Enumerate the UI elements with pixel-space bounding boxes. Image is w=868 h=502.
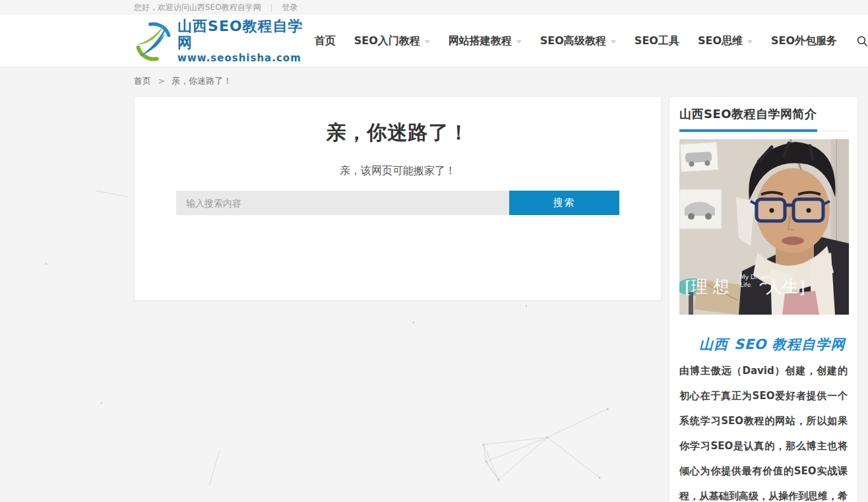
not-found-card: 亲，你迷路了！ 亲，该网页可能搬家了！ 搜索: [134, 96, 662, 301]
nav-label: 首页: [315, 34, 336, 48]
nav-item-site-building[interactable]: 网站搭建教程: [439, 15, 531, 67]
photo-caption-left: [理 想: [685, 277, 729, 296]
nav-label: SEO外包服务: [771, 34, 837, 48]
sidebar: 山西SEO教程自学网简介: [669, 96, 858, 502]
content: 亲，你迷路了！ 亲，该网页可能搬家了！ 搜索 山西SEO教程自学网简介: [134, 96, 858, 502]
chevron-down-icon: [611, 40, 616, 44]
swirl-logo-icon: [134, 20, 172, 62]
search-form: 搜索: [176, 191, 619, 215]
chevron-down-icon: [516, 40, 522, 44]
logo-title: 山西SEO教程自学网: [177, 18, 305, 51]
logo-url: www.seoshisha.com: [177, 53, 305, 64]
nav-item-seo-tools[interactable]: SEO工具: [625, 15, 689, 67]
breadcrumb: 首页 > 亲，你迷路了！: [134, 67, 858, 87]
nav-item-home[interactable]: 首页: [305, 15, 345, 67]
site-logo[interactable]: 山西SEO教程自学网 www.seoshisha.com: [134, 18, 305, 64]
nav-label: SEO高级教程: [540, 34, 606, 48]
chevron-down-icon: [425, 40, 430, 44]
page-title: 亲，你迷路了！: [135, 119, 661, 146]
header: 山西SEO教程自学网 www.seoshisha.com 首页 SEO入门教程 …: [0, 15, 868, 67]
nav-item-seo-advanced[interactable]: SEO高级教程: [531, 15, 625, 67]
site-intro-highlight: 山西 SEO 教程自学网: [699, 336, 845, 352]
site-intro-text: 山西 SEO 教程自学网由博主傲远（David）创建，创建的初心在于真正为SEO…: [679, 332, 848, 502]
topbar-divider: ｜: [268, 2, 276, 13]
nav-item-seo-thinking[interactable]: SEO思维: [689, 15, 762, 67]
search-icon: [857, 36, 868, 47]
chevron-down-icon: [747, 40, 753, 44]
breadcrumb-home-link[interactable]: 首页: [134, 76, 151, 86]
photo-caption-right: 人生]: [766, 277, 805, 296]
sidebar-widget-title: 山西SEO教程自学网简介: [679, 97, 848, 131]
blogger-photo: [理 想 My Dream Life 人生]: [679, 139, 849, 315]
nav-item-seo-outsourcing[interactable]: SEO外包服务: [762, 15, 846, 67]
topbar: 您好，欢迎访问山西SEO教程自学网 ｜ 登录: [0, 0, 868, 15]
welcome-text: 您好，欢迎访问山西SEO教程自学网: [134, 2, 261, 13]
login-link[interactable]: 登录: [282, 2, 297, 13]
page: 您好，欢迎访问山西SEO教程自学网 ｜ 登录 山西SEO教程自学网 www.se…: [0, 0, 868, 502]
photo-caption-small2: Life: [740, 282, 751, 288]
widget-title-text: 山西SEO教程自学网简介: [679, 106, 817, 132]
nav-label: SEO思维: [698, 34, 743, 48]
header-search-button[interactable]: [846, 15, 868, 67]
logo-text: 山西SEO教程自学网 www.seoshisha.com: [177, 18, 305, 64]
nav-label: SEO工具: [635, 34, 679, 48]
main-nav: 首页 SEO入门教程 网站搭建教程 SEO高级教程 SEO工具: [305, 15, 868, 67]
search-submit-button[interactable]: 搜索: [509, 191, 619, 215]
search-input[interactable]: [176, 191, 509, 215]
nav-label: SEO入门教程: [354, 34, 420, 48]
page-subtitle: 亲，该网页可能搬家了！: [135, 164, 661, 178]
nav-item-seo-beginner[interactable]: SEO入门教程: [345, 15, 439, 67]
breadcrumb-separator: >: [158, 76, 165, 86]
site-intro-body: 由博主傲远（David）创建，创建的初心在于真正为SEO爱好者提供一个系统学习S…: [679, 365, 848, 502]
nav-label: 网站搭建教程: [449, 34, 512, 48]
breadcrumb-current: 亲，你迷路了！: [171, 76, 232, 86]
